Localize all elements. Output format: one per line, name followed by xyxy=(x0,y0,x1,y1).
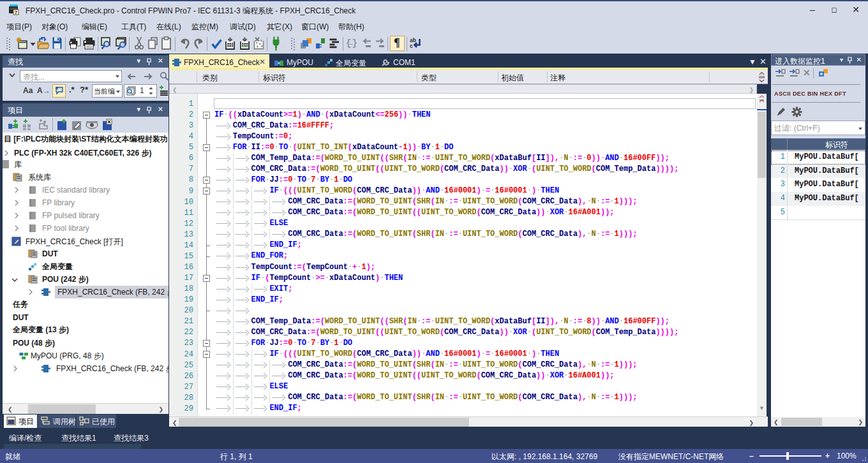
svg-text:7: 7 xyxy=(15,10,17,15)
svg-text:c: c xyxy=(410,43,413,49)
